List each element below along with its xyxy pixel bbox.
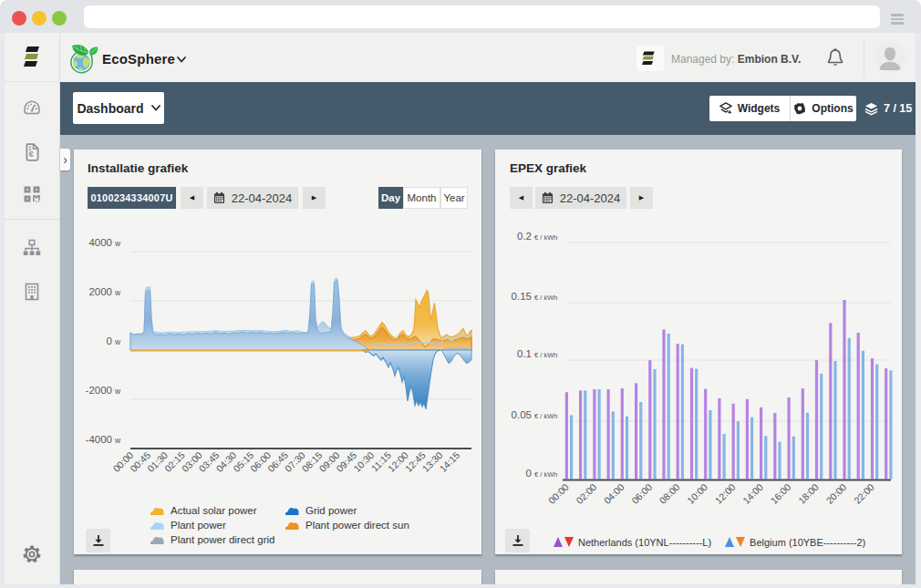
svg-text:16:00: 16:00 [768, 481, 792, 506]
svg-text:€: € [29, 150, 34, 159]
svg-text:w: w [114, 239, 121, 248]
svg-text:€ / kWh: € / kWh [534, 351, 557, 359]
svg-text:0.15: 0.15 [512, 291, 532, 302]
svg-text:-4000: -4000 [86, 434, 112, 445]
svg-text:€ / kWh: € / kWh [534, 412, 557, 420]
svg-text:12:00: 12:00 [713, 481, 738, 506]
svg-text:08:00: 08:00 [657, 481, 682, 506]
svg-text:0.1: 0.1 [517, 348, 532, 359]
svg-text:06:00: 06:00 [629, 481, 654, 506]
svg-text:€ / kWh: € / kWh [534, 294, 557, 302]
svg-text:22:00: 22:00 [852, 481, 876, 506]
svg-text:0.2: 0.2 [517, 231, 532, 242]
svg-text:€ / kWh: € / kWh [534, 470, 557, 479]
svg-text:w: w [114, 288, 121, 297]
svg-text:0: 0 [526, 468, 532, 479]
svg-text:04:00: 04:00 [602, 481, 626, 506]
svg-text:€ / kWh: € / kWh [534, 233, 557, 242]
svg-text:w: w [114, 387, 121, 396]
svg-text:4000: 4000 [88, 237, 112, 248]
svg-text:14:00: 14:00 [740, 481, 765, 506]
svg-text:2000: 2000 [88, 286, 112, 297]
svg-text:0: 0 [107, 335, 112, 346]
svg-text:10:00: 10:00 [685, 481, 709, 506]
svg-text:-2000: -2000 [86, 385, 112, 396]
svg-text:18:00: 18:00 [796, 481, 821, 506]
svg-text:14:15: 14:15 [437, 449, 461, 474]
svg-text:20:00: 20:00 [823, 481, 848, 506]
svg-text:02:00: 02:00 [574, 481, 598, 506]
svg-text:00:00: 00:00 [546, 481, 571, 506]
svg-text:0.05: 0.05 [512, 409, 532, 420]
svg-text:w: w [114, 436, 121, 445]
svg-text:w: w [114, 337, 121, 346]
